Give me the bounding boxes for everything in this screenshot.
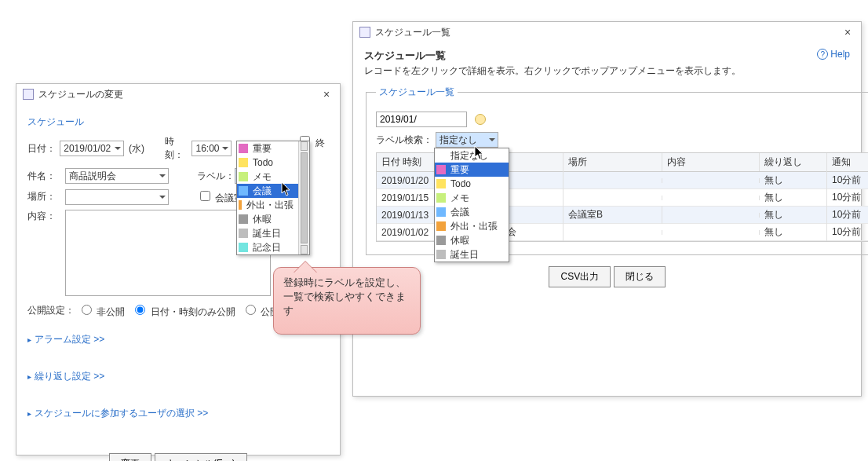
- csv-button[interactable]: CSV出力: [549, 266, 611, 287]
- dropdown-option[interactable]: 会議: [435, 205, 509, 219]
- table-cell: [563, 196, 662, 200]
- table-cell: 10分前: [827, 188, 868, 207]
- subject-field[interactable]: 商品説明会: [65, 168, 169, 184]
- dropdown-option[interactable]: 休暇: [237, 212, 298, 226]
- scroll-thumb[interactable]: [301, 152, 308, 243]
- publish-label: 公開設定：: [27, 304, 78, 317]
- col-repeat[interactable]: 繰り返し: [760, 153, 827, 171]
- table-cell: 10分前: [827, 206, 868, 224]
- close-icon[interactable]: ×: [841, 26, 855, 38]
- repeat-expander[interactable]: 繰り返し設定 >>: [27, 370, 329, 383]
- schedule-list-window: スケジュール一覧 × スケジュール一覧 レコードを左クリックで詳細を表示。右クリ…: [352, 21, 862, 397]
- table-cell: 10分前: [827, 171, 868, 189]
- list-window-title: スケジュール一覧: [375, 26, 841, 39]
- list-description: レコードを左クリックで詳細を表示。右クリックでポップアップメニューを表示します。: [364, 64, 817, 78]
- help-link[interactable]: ?Help: [817, 49, 850, 60]
- dropdown-option[interactable]: 休暇: [435, 233, 509, 247]
- dropdown-option[interactable]: Todo: [435, 177, 509, 191]
- hint-icon[interactable]: [475, 114, 486, 125]
- close-button[interactable]: 閉じる: [614, 266, 666, 287]
- publish-opt-1[interactable]: 日付・時刻のみ公開: [131, 302, 235, 319]
- col-notify[interactable]: 通知: [827, 153, 868, 171]
- dropdown-option[interactable]: 誕生日: [237, 226, 298, 240]
- dropdown-option[interactable]: Todo: [237, 155, 298, 170]
- dropdown-option[interactable]: 記念日: [237, 240, 298, 254]
- label-filter-field[interactable]: 指定なし: [436, 132, 498, 148]
- col-content[interactable]: 内容: [662, 153, 760, 171]
- time-from-field[interactable]: 16:00: [191, 141, 232, 156]
- table-cell: [662, 178, 760, 183]
- edit-titlebar: スケジュールの変更 ×: [16, 84, 340, 104]
- alarm-expander[interactable]: アラーム設定 >>: [27, 333, 329, 346]
- close-icon[interactable]: ×: [319, 88, 334, 101]
- calendar-icon: [359, 27, 370, 38]
- place-label: 場所：: [27, 190, 65, 203]
- dropdown-option[interactable]: 誕生日: [435, 247, 509, 262]
- place-field[interactable]: [65, 189, 169, 205]
- dropdown-option[interactable]: 重要: [237, 141, 298, 155]
- section-heading: スケジュール: [27, 115, 329, 129]
- label-filter-dropdown[interactable]: 指定なし重要Todoメモ会議外出・出張休暇誕生日: [434, 148, 509, 262]
- list-heading: スケジュール一覧: [364, 49, 817, 63]
- scrollbar[interactable]: [298, 141, 309, 254]
- scroll-up-icon[interactable]: [301, 141, 308, 151]
- time-label: 時刻：: [165, 135, 191, 162]
- table-cell: [662, 230, 760, 235]
- date-field[interactable]: 2019/01/02: [60, 141, 124, 156]
- calendar-icon: [23, 89, 34, 100]
- dropdown-option[interactable]: 会議: [237, 184, 298, 198]
- dropdown-option[interactable]: メモ: [237, 170, 298, 184]
- subject-label: 件名：: [27, 170, 65, 183]
- list-titlebar: スケジュール一覧 ×: [353, 22, 861, 42]
- edit-window-title: スケジュールの変更: [38, 88, 319, 101]
- table-cell: 10分前: [827, 223, 868, 241]
- dropdown-option[interactable]: メモ: [435, 191, 509, 205]
- labeltag-label: ラベル：: [197, 170, 235, 183]
- table-cell: [662, 196, 760, 200]
- table-cell: 無し: [760, 223, 827, 241]
- labeltag-dropdown[interactable]: 重要Todoメモ会議外出・出張休暇誕生日記念日: [236, 141, 310, 255]
- col-place[interactable]: 場所: [563, 153, 662, 171]
- table-cell: 無し: [760, 188, 827, 207]
- callout-bubble: 登録時にラベルを設定し、一覧で検索しやすくできます: [273, 267, 421, 335]
- table-cell: [662, 213, 760, 218]
- table-cell: [563, 230, 662, 235]
- table-cell: 無し: [760, 171, 827, 189]
- list-box-title: スケジュール一覧: [376, 86, 458, 99]
- callout-text: 登録時にラベルを設定し、一覧で検索しやすくできます: [283, 276, 410, 318]
- dropdown-option[interactable]: 外出・出張: [435, 219, 509, 233]
- table-cell: 会議室B: [563, 206, 662, 224]
- members-expander[interactable]: スケジュールに参加するユーザの選択 >>: [27, 407, 329, 420]
- dropdown-option[interactable]: 重要: [435, 163, 509, 177]
- dropdown-option[interactable]: 指定なし: [435, 148, 509, 163]
- publish-opt-0[interactable]: 非公開: [78, 302, 125, 319]
- table-cell: 無し: [760, 206, 827, 224]
- label-filter-label: ラベル検索：: [376, 134, 432, 147]
- date-label: 日付：: [27, 142, 60, 155]
- table-cell: [563, 178, 662, 183]
- weekday-label: (水): [129, 142, 144, 155]
- ok-button[interactable]: 変更: [109, 453, 151, 461]
- dropdown-option[interactable]: 外出・出張: [237, 198, 298, 212]
- cancel-button[interactable]: キャンセル(Esc): [155, 453, 247, 461]
- content-label: 内容：: [27, 210, 65, 223]
- date-filter-field[interactable]: [376, 112, 467, 127]
